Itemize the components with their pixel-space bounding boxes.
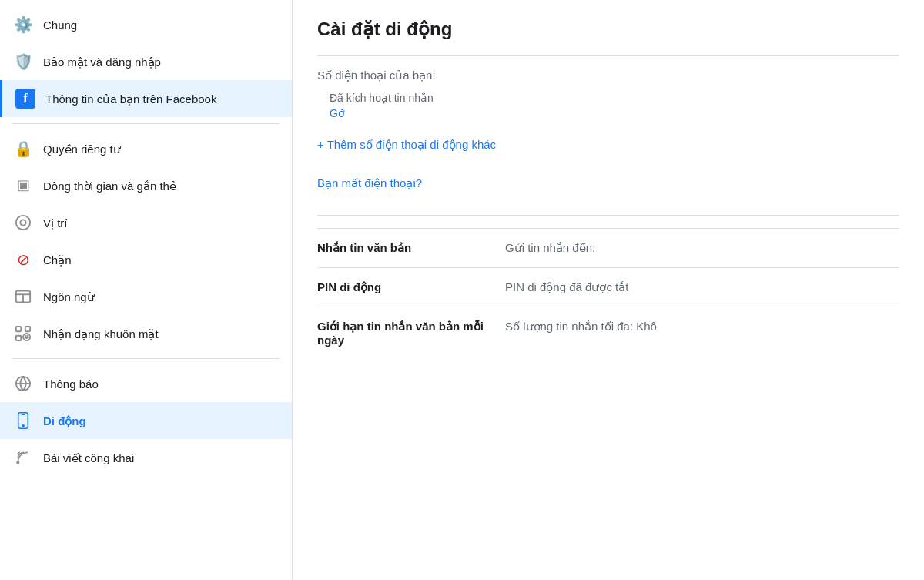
mobile-icon <box>12 410 34 431</box>
sidebar-item-thong-bao[interactable]: Thông báo <box>0 365 292 402</box>
sidebar-item-label: Ngôn ngữ <box>43 289 280 305</box>
lock-icon: 🔒 <box>12 138 34 159</box>
svg-point-16 <box>17 461 19 464</box>
settings-row-value: Gửi tin nhắn đến: <box>505 241 899 255</box>
phone-section-label: Số điện thoại của bạn: <box>317 69 899 82</box>
divider-2 <box>12 358 280 359</box>
sidebar-item-label: Quyền riêng tư <box>43 141 280 157</box>
svg-point-8 <box>23 334 30 340</box>
section-divider-top <box>317 55 899 56</box>
divider-1 <box>12 123 280 124</box>
sidebar-item-chung[interactable]: ⚙️ Chung <box>0 6 292 43</box>
sidebar-item-label: Nhận dạng khuôn mặt <box>43 326 280 342</box>
shield-icon: 🛡️ <box>12 51 34 72</box>
language-icon <box>12 286 34 307</box>
settings-row-label: PIN di động <box>317 280 487 294</box>
sidebar-item-label: Bài viết công khai <box>43 450 280 466</box>
gear-icon: ⚙️ <box>12 14 34 35</box>
timeline-icon: ▣ <box>12 175 34 196</box>
sidebar-item-label: Thông báo <box>43 376 280 392</box>
page-title: Cài đặt di động <box>317 18 899 40</box>
sidebar-item-bai-viet[interactable]: Bài viết công khai <box>0 439 292 476</box>
svg-rect-7 <box>16 336 21 340</box>
settings-row-label: Nhắn tin văn bản <box>317 241 487 255</box>
phone-activated-text: Đã kích hoạt tin nhắn <box>330 92 899 104</box>
settings-row-nhan-tin: Nhắn tin văn bản Gửi tin nhắn đến: <box>317 228 899 267</box>
section-divider-middle <box>317 215 899 216</box>
sidebar-item-vi-tri[interactable]: Vị trí <box>0 204 292 241</box>
svg-point-14 <box>22 425 24 427</box>
main-content: Cài đặt di động Số điện thoại của bạn: Đ… <box>293 0 924 580</box>
facebook-icon: f <box>15 88 36 109</box>
sidebar-item-label: Chung <box>43 17 280 33</box>
sidebar-item-ngon-ngu[interactable]: Ngôn ngữ <box>0 278 292 315</box>
sidebar-item-bao-mat[interactable]: 🛡️ Bảo mật và đăng nhập <box>0 43 292 80</box>
settings-row-gioi-han: Giới hạn tin nhắn văn bản mỗi ngày Số lư… <box>317 307 899 359</box>
sidebar-item-label: Bảo mật và đăng nhập <box>43 54 280 70</box>
add-phone-link[interactable]: + Thêm số điện thoại di động khác <box>317 138 496 152</box>
sidebar-item-dong-thoi-gian[interactable]: ▣ Dòng thời gian và gắn thẻ <box>0 167 292 204</box>
sidebar-item-label: Thông tin của bạn trên Facebook <box>45 91 280 107</box>
settings-row-value: Số lượng tin nhắn tối đa: Khô <box>505 320 899 334</box>
globe-icon <box>12 373 34 394</box>
face-recognition-icon <box>12 323 34 344</box>
sidebar-item-nhan-dang[interactable]: Nhận dạng khuôn mặt <box>0 315 292 352</box>
phone-section: Số điện thoại của bạn: Đã kích hoạt tin … <box>317 69 899 152</box>
sidebar-item-chan[interactable]: ⊘ Chặn <box>0 241 292 278</box>
lost-phone-link[interactable]: Bạn mất điện thoại? <box>317 176 422 190</box>
phone-detail: Đã kích hoạt tin nhắn Gỡ <box>317 92 899 119</box>
block-icon: ⊘ <box>12 249 34 270</box>
svg-point-9 <box>25 336 26 337</box>
settings-row-value: PIN di động đã được tắt <box>505 280 899 294</box>
sidebar-item-di-dong[interactable]: Di động <box>0 402 292 439</box>
sidebar-item-label: Di động <box>43 413 280 429</box>
sidebar-item-quyen-rieng-tu[interactable]: 🔒 Quyền riêng tư <box>0 130 292 167</box>
svg-rect-6 <box>25 327 30 331</box>
rss-icon <box>12 447 34 468</box>
sidebar-item-thong-tin[interactable]: f Thông tin của bạn trên Facebook <box>0 80 292 117</box>
svg-rect-5 <box>16 327 21 331</box>
settings-row-pin: PIN di động PIN di động đã được tắt <box>317 267 899 307</box>
sidebar-item-label: Dòng thời gian và gắn thẻ <box>43 178 280 194</box>
svg-point-1 <box>20 220 25 225</box>
location-icon <box>12 212 34 233</box>
edit-phone-link[interactable]: Gỡ <box>330 107 345 119</box>
sidebar-item-label: Vị trí <box>43 215 280 231</box>
sidebar-item-label: Chặn <box>43 252 280 268</box>
settings-row-label: Giới hạn tin nhắn văn bản mỗi ngày <box>317 320 487 347</box>
sidebar: ⚙️ Chung 🛡️ Bảo mật và đăng nhập f Thông… <box>0 0 293 580</box>
svg-point-0 <box>16 216 30 230</box>
settings-table: Nhắn tin văn bản Gửi tin nhắn đến: PIN d… <box>317 228 899 359</box>
svg-point-10 <box>28 336 28 337</box>
